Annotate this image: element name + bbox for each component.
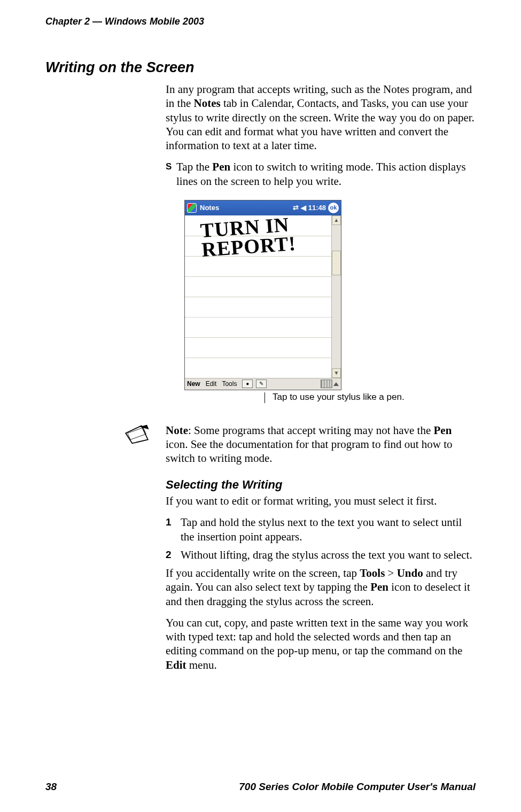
intro-bold: Notes bbox=[194, 97, 221, 110]
screenshot-figure: Notes ⇄ ◀ 11:48 ok TURN IN REPORT! bbox=[184, 200, 476, 403]
intro-paragraph: In any program that accepts writing, suc… bbox=[166, 82, 476, 152]
bullet-dot: S bbox=[166, 160, 176, 188]
acc-gt: > bbox=[385, 567, 396, 579]
connectivity-icon[interactable]: ⇄ bbox=[293, 204, 299, 212]
menu-edit[interactable]: Edit bbox=[206, 380, 217, 388]
note-post: icon. See the documentation for that pro… bbox=[166, 438, 453, 465]
scroll-thumb[interactable] bbox=[332, 251, 341, 275]
step-1-number: 1 bbox=[166, 515, 181, 544]
cut-post: menu. bbox=[186, 659, 217, 671]
accident-paragraph: If you accidentally write on the screen,… bbox=[166, 566, 476, 608]
body-block: In any program that accepts writing, suc… bbox=[166, 82, 476, 672]
titlebar: Notes ⇄ ◀ 11:48 ok bbox=[185, 200, 341, 215]
step-1-row: 1 Tap and hold the stylus next to the te… bbox=[166, 515, 476, 544]
note-block: Note: Some programs that accept writing … bbox=[166, 423, 476, 466]
cut-pre: You can cut, copy, and paste written tex… bbox=[166, 616, 468, 658]
page-footer: 38 700 Series Color Mobile Computer User… bbox=[45, 781, 476, 793]
keyboard-icon[interactable] bbox=[321, 380, 332, 388]
app-title: Notes bbox=[200, 204, 219, 212]
step-1-text: Tap and hold the stylus next to the text… bbox=[181, 515, 476, 544]
input-selector-icon[interactable] bbox=[333, 382, 339, 386]
scroll-up-button[interactable]: ▲ bbox=[332, 215, 341, 225]
note-icon bbox=[123, 423, 151, 445]
header-dash: — bbox=[90, 16, 105, 27]
volume-icon[interactable]: ◀ bbox=[301, 204, 306, 212]
writing-canvas[interactable]: TURN IN REPORT! bbox=[185, 215, 331, 378]
device-frame: Notes ⇄ ◀ 11:48 ok TURN IN REPORT! bbox=[184, 200, 341, 390]
chapter-title: Windows Mobile 2003 bbox=[105, 16, 204, 27]
bullet-content: Tap the Pen icon to switch to writing mo… bbox=[176, 160, 476, 188]
running-header: Chapter 2 — Windows Mobile 2003 bbox=[45, 16, 476, 27]
selecting-intro: If you want to edit or format writing, y… bbox=[166, 494, 476, 508]
acc-pre: If you accidentally write on the screen,… bbox=[166, 567, 360, 579]
start-flag-icon[interactable] bbox=[187, 203, 197, 213]
bullet-pre: Tap the bbox=[176, 160, 212, 173]
bullet-bold: Pen bbox=[212, 160, 230, 173]
chapter-label: Chapter 2 bbox=[45, 16, 90, 27]
step-2-row: 2 Without lifting, drag the stylus acros… bbox=[166, 548, 476, 562]
note-label: Note bbox=[166, 424, 188, 437]
note-text: Note: Some programs that accept writing … bbox=[166, 423, 476, 466]
acc-b3: Pen bbox=[370, 581, 388, 593]
scroll-down-button[interactable]: ▼ bbox=[332, 368, 341, 378]
recording-icon[interactable]: ● bbox=[242, 380, 253, 388]
acc-b2: Undo bbox=[397, 567, 423, 579]
cut-b: Edit bbox=[166, 659, 186, 671]
subheading-selecting: Selecting the Writing bbox=[166, 477, 476, 492]
acc-b1: Tools bbox=[360, 567, 385, 579]
callout-line bbox=[265, 392, 265, 403]
bullet-row: S Tap the Pen icon to switch to writing … bbox=[166, 160, 476, 188]
page: Chapter 2 — Windows Mobile 2003 Writing … bbox=[0, 0, 521, 812]
section-heading: Writing on the Screen bbox=[45, 59, 476, 76]
cutcopy-paragraph: You can cut, copy, and paste written tex… bbox=[166, 616, 476, 672]
step-2-text: Without lifting, drag the stylus across … bbox=[181, 548, 476, 562]
page-number: 38 bbox=[45, 781, 57, 793]
menu-tools[interactable]: Tools bbox=[222, 380, 237, 388]
figure-caption: Tap to use your stylus like a pen. bbox=[273, 391, 405, 403]
handwriting-sample: TURN IN REPORT! bbox=[200, 214, 297, 259]
manual-title: 700 Series Color Mobile Computer User's … bbox=[239, 781, 476, 793]
menubar: New Edit Tools ● ✎ bbox=[185, 378, 341, 390]
figure-caption-row: Tap to use your stylus like a pen. bbox=[265, 391, 476, 403]
note-pre: : Some programs that accept writing may … bbox=[188, 424, 434, 437]
pen-icon[interactable]: ✎ bbox=[256, 380, 267, 388]
ok-button[interactable]: ok bbox=[328, 203, 339, 213]
step-2-number: 2 bbox=[166, 548, 181, 562]
menu-new[interactable]: New bbox=[187, 380, 200, 388]
note-bold: Pen bbox=[434, 424, 452, 437]
clock[interactable]: 11:48 bbox=[308, 204, 326, 212]
scrollbar[interactable]: ▲ ▼ bbox=[331, 215, 341, 378]
